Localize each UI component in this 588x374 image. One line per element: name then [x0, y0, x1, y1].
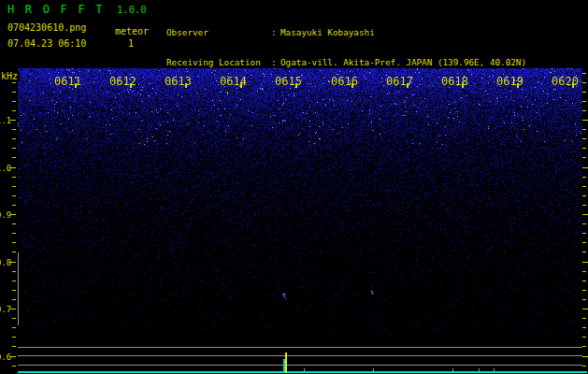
freq-tick-left — [12, 157, 16, 158]
freq-tick-right — [582, 177, 586, 178]
time-tick — [240, 83, 242, 88]
freq-tick-right — [582, 110, 586, 111]
freq-label: 1.0 — [0, 164, 11, 173]
freq-tick-left — [12, 129, 16, 130]
colon: : — [271, 58, 280, 68]
freq-tick-left — [12, 138, 16, 139]
info-label: Observer — [166, 28, 271, 38]
meteor-count: 1 — [128, 38, 134, 49]
level-trace-bump — [373, 368, 374, 372]
date-time: 07.04.23 06:10 — [7, 38, 86, 49]
time-tick — [351, 83, 353, 88]
freq-tick-left — [12, 205, 16, 206]
info-label: Receiving Location — [166, 58, 271, 68]
colon: : — [271, 28, 280, 38]
freq-tick-right — [582, 148, 586, 149]
freq-tick-right — [582, 129, 586, 130]
freq-tick-right — [582, 101, 586, 102]
freq-tick-right — [582, 327, 586, 328]
time-label: 0615 — [275, 75, 302, 88]
time-label: 0612 — [109, 75, 136, 88]
freq-tick-left — [12, 242, 16, 243]
freq-label: 0.7 — [0, 305, 11, 314]
info-row-location: Receiving Location:Ogata-vill. Akita-Pre… — [166, 58, 526, 68]
freq-tick-left — [12, 92, 16, 93]
freq-tick-right — [582, 337, 586, 338]
freq-tick-left — [10, 214, 16, 215]
freq-tick-left — [10, 356, 16, 357]
freq-tick-right — [582, 299, 586, 300]
level-gridline — [18, 347, 582, 348]
info-row-observer: Observer:Masayuki Kobayashi — [166, 28, 526, 38]
freq-tick-left — [12, 252, 16, 252]
freq-tick-right — [582, 195, 586, 196]
freq-tick-left — [10, 120, 16, 121]
freq-tick-left — [12, 148, 16, 149]
freq-tick-right — [582, 167, 588, 168]
freq-label: 0.9 — [0, 210, 11, 220]
freq-tick-left — [12, 346, 16, 347]
freq-tick-right — [582, 214, 588, 215]
info-value: Ogata-vill. Akita-Pref. JAPAN (139.96E, … — [280, 58, 526, 68]
freq-tick-right — [582, 120, 588, 121]
freq-tick-left — [12, 299, 16, 300]
freq-tick-right — [582, 205, 586, 206]
time-tick — [75, 83, 77, 88]
time-label: 0611 — [54, 75, 81, 88]
freq-tick-left — [12, 233, 16, 234]
freq-tick-right — [582, 157, 586, 158]
freq-tick-left — [12, 186, 16, 187]
freq-axis-unit-label: kHz — [1, 71, 20, 81]
level-trace-bump — [494, 368, 495, 372]
time-tick — [462, 83, 464, 88]
freq-tick-left — [12, 290, 16, 291]
freq-tick-left — [12, 337, 16, 338]
app-title: H R O F F T — [7, 3, 105, 16]
freq-tick-left — [12, 82, 16, 83]
freq-label: 0.8 — [0, 258, 11, 267]
freq-tick-right — [582, 92, 586, 93]
app-version: 1.0.0 — [117, 4, 147, 15]
freq-tick-right — [582, 138, 586, 139]
freq-label: 0.6 — [0, 352, 11, 362]
level-trace-bump — [304, 368, 305, 372]
freq-tick-right — [582, 262, 588, 263]
freq-tick-left — [12, 101, 16, 102]
freq-tick-left — [12, 223, 16, 224]
freq-tick-right — [582, 356, 588, 357]
freq-tick-left — [12, 327, 16, 328]
freq-tick-left — [10, 167, 16, 168]
signal-level-trace — [18, 371, 587, 373]
freq-label: 1.1 — [0, 116, 11, 125]
level-trace-bump — [452, 368, 453, 372]
level-gridline — [18, 355, 582, 356]
time-tick — [295, 83, 297, 88]
time-label: 0617 — [386, 75, 413, 88]
time-tick — [517, 83, 519, 88]
freq-tick-right — [582, 271, 586, 272]
freq-tick-right — [582, 252, 586, 252]
time-label: 0620 — [552, 75, 579, 88]
reference-scale-bar — [18, 252, 19, 325]
freq-tick-right — [582, 223, 586, 224]
freq-tick-left — [12, 280, 16, 281]
freq-tick-left — [12, 366, 16, 367]
time-tick — [130, 83, 132, 88]
freq-tick-left — [12, 110, 16, 111]
time-label: 0616 — [331, 75, 358, 88]
meteor-spike-yellow — [285, 352, 287, 373]
freq-tick-left — [12, 195, 16, 196]
mode-label: meteor — [115, 26, 149, 36]
freq-tick-right — [582, 233, 586, 234]
freq-tick-right — [582, 309, 588, 309]
freq-tick-right — [582, 82, 586, 83]
freq-tick-right — [582, 346, 586, 347]
freq-tick-right — [582, 366, 586, 367]
hrofft-screen: H R O F F T 1.0.0 0704230610.png meteor … — [0, 0, 588, 374]
freq-tick-left — [12, 177, 16, 178]
freq-tick-right — [582, 280, 586, 281]
time-label: 0619 — [496, 75, 523, 88]
freq-tick-right — [582, 318, 586, 319]
time-tick — [407, 83, 409, 88]
spectrogram-canvas — [18, 68, 582, 338]
